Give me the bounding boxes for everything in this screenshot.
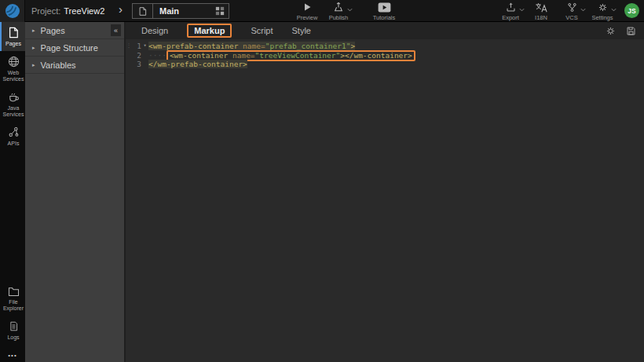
chevron-right-icon: ▸ — [32, 45, 35, 51]
tab-markup[interactable]: Markup — [187, 24, 232, 38]
code-token: <wm-container — [170, 51, 228, 60]
whitespace-dots: ···· — [148, 51, 166, 60]
user-avatar[interactable]: JS — [624, 3, 639, 18]
panel-section-page-structure[interactable]: ▸ Page Structure — [25, 39, 124, 57]
code-token: > — [350, 42, 355, 50]
caret-down-icon[interactable] — [611, 8, 617, 12]
page-tab-main[interactable]: Main — [132, 3, 229, 19]
export-icon — [506, 2, 516, 13]
tutorials-button[interactable]: Tutorials — [372, 2, 396, 21]
preview-button[interactable]: Preview — [295, 2, 319, 21]
vcs-button[interactable]: VCS — [560, 2, 584, 21]
grid-icon[interactable] — [211, 6, 229, 16]
breadcrumb-chevron-icon: › — [119, 2, 123, 16]
gutter-marker-icon: ⋮ — [126, 42, 132, 51]
panel-section-pages[interactable]: ▸ Pages « — [25, 22, 124, 39]
editor-settings-button[interactable] — [606, 26, 616, 36]
topbar-right-actions: Export I18N VCS — [499, 2, 639, 21]
caret-down-icon[interactable] — [347, 8, 353, 12]
sidebar-bottom-group: File Explorer Logs — [0, 282, 25, 345]
pages-panel: ▸ Pages « ▸ Page Structure ▸ Variables — [25, 22, 126, 362]
line-number: 3 — [132, 60, 141, 69]
tab-style[interactable]: Style — [292, 26, 311, 35]
save-button[interactable] — [626, 26, 636, 36]
code-line: ⋮ 1 ▾ <wm-prefab-container name="prefab_… — [126, 42, 644, 51]
caret-down-icon[interactable] — [580, 8, 586, 12]
wavemaker-studio: Project: TreeView2 › Main Preview — [0, 0, 644, 362]
code-token: </wm-prefab-container> — [148, 60, 247, 68]
coffee-icon — [8, 91, 20, 103]
editor-tabbar: Design Markup Script Style — [126, 22, 644, 39]
project-label: Project: — [31, 6, 60, 16]
tab-design[interactable]: Design — [141, 26, 168, 35]
topbar-center-actions: Preview Publish Tutorials — [295, 2, 396, 21]
code-token: name= — [238, 42, 265, 50]
line-number: 2 — [132, 51, 141, 60]
export-button[interactable]: Export — [499, 2, 522, 21]
sidebar-item-apis[interactable]: APIs — [0, 122, 25, 151]
code-token: "prefab_container1" — [265, 42, 351, 50]
vcs-branch-icon — [567, 2, 577, 13]
code-editor[interactable]: ⋮ 1 ▾ <wm-prefab-container name="prefab_… — [126, 39, 644, 69]
panel-section-variables[interactable]: ▸ Variables — [25, 57, 124, 74]
code-token: ></wm-container> — [340, 51, 412, 60]
code-token: name= — [228, 51, 254, 60]
publish-icon — [333, 2, 344, 13]
code-line: 2 ····<wm-container name="treeViewContai… — [126, 51, 644, 60]
folder-icon — [8, 287, 20, 297]
globe-icon — [8, 56, 20, 68]
fold-toggle-icon[interactable]: ▾ — [141, 42, 148, 51]
editor-area: Design Markup Script Style ⋮ — [126, 22, 644, 362]
chevron-right-icon: ▸ — [32, 62, 35, 68]
project-name: TreeView2 — [64, 6, 104, 16]
editor-tools — [606, 26, 644, 36]
video-icon — [378, 2, 391, 13]
caret-down-icon[interactable] — [519, 8, 525, 12]
gear-icon — [606, 26, 616, 36]
project-breadcrumb: Project: TreeView2 — [31, 0, 104, 22]
sidebar-item-file-explorer[interactable]: File Explorer — [0, 282, 25, 316]
publish-button[interactable]: Publish — [327, 2, 350, 21]
left-icon-sidebar: Pages Web Services Java Services APIs — [0, 22, 25, 362]
save-icon — [626, 26, 636, 36]
settings-button[interactable]: Settings — [591, 2, 614, 21]
wavemaker-logo-icon — [5, 3, 20, 19]
code-token: "treeViewContainer" — [255, 51, 341, 60]
panel-collapse-button[interactable]: « — [111, 24, 121, 36]
logs-icon — [9, 320, 19, 332]
sidebar-item-web-services[interactable]: Web Services — [0, 51, 25, 86]
page-icon — [133, 4, 153, 18]
wavemaker-logo[interactable] — [0, 0, 25, 22]
code-token: <wm-prefab-container — [148, 42, 238, 50]
play-icon — [302, 2, 312, 13]
gear-icon — [598, 2, 608, 13]
sidebar-item-pages[interactable]: Pages — [0, 22, 25, 51]
topbar: Project: TreeView2 › Main Preview — [0, 0, 644, 22]
page-icon — [8, 27, 19, 38]
tab-script[interactable]: Script — [251, 26, 273, 35]
i18n-icon — [535, 2, 547, 13]
i18n-button[interactable]: I18N — [529, 2, 553, 21]
page-tab-title: Main — [153, 6, 211, 16]
chevron-right-icon: ▸ — [32, 27, 35, 34]
line-number: 1 — [132, 42, 141, 51]
sidebar-item-logs[interactable]: Logs — [0, 316, 25, 345]
sidebar-more-button[interactable]: ••• — [0, 352, 25, 359]
nodes-icon — [8, 126, 20, 138]
sidebar-item-java-services[interactable]: Java Services — [0, 86, 25, 122]
